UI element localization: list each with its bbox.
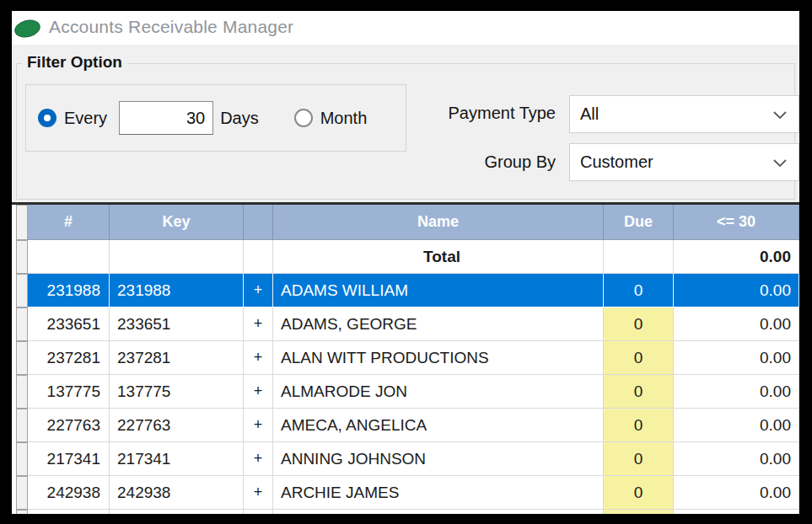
- cell-due[interactable]: 0: [604, 274, 674, 307]
- row-selector-gutter: [16, 240, 28, 274]
- column-header-le30[interactable]: <= 30: [674, 205, 799, 240]
- cell-name[interactable]: ADAMS WILLIAM: [273, 274, 604, 307]
- column-header-expand[interactable]: [244, 205, 273, 240]
- every-radio[interactable]: [38, 109, 56, 127]
- days-label: Days: [220, 109, 259, 128]
- row-selector-gutter[interactable]: [16, 375, 28, 409]
- total-le30: 0.00: [674, 240, 799, 274]
- table-body: 231988 231988 + ADAMS WILLIAM 0 0.00 233…: [16, 274, 799, 514]
- cell-name[interactable]: ANNING JOHNSON: [273, 442, 604, 476]
- column-header-key[interactable]: Key: [110, 205, 244, 240]
- filter-section: Filter Option Every Days Month Payment T…: [12, 45, 799, 202]
- header-gutter-cell: [16, 205, 28, 240]
- cell-due[interactable]: 0: [604, 375, 674, 409]
- total-due-cell: [604, 240, 674, 274]
- row-selector-gutter[interactable]: [16, 307, 28, 341]
- cell-key[interactable]: 231988: [110, 274, 244, 307]
- cell-name[interactable]: ADAMS, GEORGE: [273, 307, 604, 341]
- cell-number[interactable]: 233651: [28, 307, 110, 341]
- table-row[interactable]: 137775 137775 + ALMARODE JON 0 0.00: [16, 375, 799, 409]
- cell-number[interactable]: 237281: [28, 341, 110, 375]
- cell-le30[interactable]: 0.00: [674, 274, 799, 307]
- cell-due[interactable]: [604, 510, 674, 514]
- app-window: Accounts Receivable Manager Filter Optio…: [12, 11, 799, 514]
- column-header-name[interactable]: Name: [273, 205, 604, 240]
- cell-key[interactable]: 242938: [110, 476, 244, 510]
- chevron-down-icon: [773, 104, 787, 124]
- row-selector-gutter[interactable]: [16, 476, 28, 510]
- row-selector-gutter[interactable]: [16, 274, 28, 307]
- total-number-cell: [28, 240, 110, 274]
- window-frame: Accounts Receivable Manager Filter Optio…: [0, 0, 812, 524]
- cell-le30[interactable]: 0.00: [674, 307, 799, 341]
- cell-key[interactable]: [110, 510, 244, 514]
- cell-name[interactable]: [273, 510, 604, 514]
- cell-number[interactable]: 231988: [28, 274, 110, 307]
- cell-le30[interactable]: [674, 510, 799, 514]
- app-icon: [13, 18, 42, 40]
- payment-type-value: All: [580, 104, 773, 124]
- period-panel: Every Days Month: [25, 84, 406, 152]
- every-label: Every: [64, 109, 107, 128]
- payment-type-select[interactable]: All: [569, 95, 799, 133]
- title-bar: Accounts Receivable Manager: [12, 11, 799, 45]
- cell-due[interactable]: 0: [604, 307, 674, 341]
- table-row[interactable]: 242938 242938 + ARCHIE JAMES 0 0.00: [16, 476, 799, 510]
- month-radio[interactable]: [294, 109, 313, 127]
- table-row[interactable]: 217341 217341 + ANNING JOHNSON 0 0.00: [16, 442, 799, 476]
- cell-key[interactable]: 227763: [110, 409, 244, 442]
- group-by-select[interactable]: Customer: [569, 143, 799, 181]
- table-row[interactable]: 227763 227763 + AMECA, ANGELICA 0 0.00: [16, 409, 799, 442]
- expand-button[interactable]: +: [244, 341, 273, 375]
- cell-le30[interactable]: 0.00: [674, 375, 799, 409]
- cell-number[interactable]: 137775: [28, 375, 110, 409]
- group-by-label: Group By: [395, 152, 556, 172]
- table-row[interactable]: [16, 510, 799, 514]
- row-selector-gutter[interactable]: [16, 510, 28, 514]
- row-selector-gutter[interactable]: [16, 409, 28, 442]
- cell-name[interactable]: ALAN WITT PRODUCTIONS: [273, 341, 604, 375]
- cell-due[interactable]: 0: [604, 409, 674, 442]
- expand-button[interactable]: +: [244, 476, 273, 510]
- month-label: Month: [320, 109, 368, 128]
- cell-name[interactable]: ALMARODE JON: [273, 375, 604, 409]
- cell-due[interactable]: 0: [604, 442, 674, 476]
- table-row[interactable]: 237281 237281 + ALAN WITT PRODUCTIONS 0 …: [16, 341, 799, 375]
- cell-number[interactable]: 242938: [28, 476, 110, 510]
- cell-number[interactable]: 227763: [28, 409, 110, 442]
- table-row[interactable]: 231988 231988 + ADAMS WILLIAM 0 0.00: [16, 274, 799, 307]
- cell-number[interactable]: [28, 510, 110, 514]
- expand-button[interactable]: +: [244, 307, 273, 341]
- total-label: Total: [273, 240, 604, 274]
- expand-button[interactable]: +: [244, 442, 273, 476]
- expand-button[interactable]: +: [244, 409, 273, 442]
- data-grid: # Key Name Due <= 30 Total 0.00 231988: [12, 202, 799, 514]
- cell-number[interactable]: 217341: [28, 442, 110, 476]
- payment-type-label: Payment Type: [395, 104, 556, 123]
- days-input[interactable]: [119, 101, 213, 135]
- cell-key[interactable]: 217341: [110, 442, 244, 476]
- expand-button[interactable]: +: [244, 274, 273, 307]
- cell-key[interactable]: 237281: [110, 341, 244, 375]
- row-selector-gutter[interactable]: [16, 442, 28, 476]
- row-selector-gutter[interactable]: [16, 341, 28, 375]
- cell-key[interactable]: 137775: [110, 375, 244, 409]
- cell-due[interactable]: 0: [604, 476, 674, 510]
- expand-button[interactable]: [244, 510, 273, 514]
- cell-le30[interactable]: 0.00: [674, 341, 799, 375]
- total-expand-cell: [244, 240, 273, 274]
- cell-name[interactable]: AMECA, ANGELICA: [273, 409, 604, 442]
- cell-key[interactable]: 233651: [110, 307, 244, 341]
- filter-groupbox-label: Filter Option: [22, 53, 127, 72]
- cell-le30[interactable]: 0.00: [674, 476, 799, 510]
- total-key-cell: [110, 240, 244, 274]
- expand-button[interactable]: +: [244, 375, 273, 409]
- cell-due[interactable]: 0: [604, 341, 674, 375]
- total-row: Total 0.00: [16, 240, 799, 274]
- column-header-due[interactable]: Due: [604, 205, 674, 240]
- cell-name[interactable]: ARCHIE JAMES: [273, 476, 604, 510]
- column-header-number[interactable]: #: [28, 205, 110, 240]
- cell-le30[interactable]: 0.00: [674, 442, 799, 476]
- table-row[interactable]: 233651 233651 + ADAMS, GEORGE 0 0.00: [16, 307, 799, 341]
- cell-le30[interactable]: 0.00: [674, 409, 799, 442]
